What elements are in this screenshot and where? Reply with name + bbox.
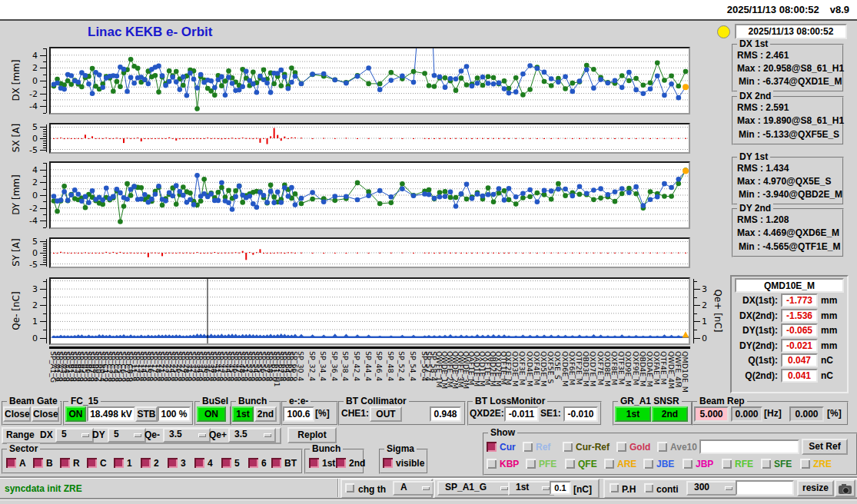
show-label-Ref: Ref — [536, 442, 550, 453]
sector-checkbox-1[interactable] — [114, 458, 124, 468]
gr-a1-1st-button[interactable]: 1st — [615, 406, 651, 422]
x-axis-label: QWFE_1M — [435, 351, 443, 387]
bunch-1st-button[interactable]: 1st — [232, 406, 254, 422]
bunch-2nd-button[interactable]: 2nd — [254, 406, 277, 422]
show-checkbox-QFE[interactable] — [565, 459, 575, 469]
sector-checkbox-5[interactable] — [221, 458, 231, 468]
sector-checkbox-BT[interactable] — [271, 458, 281, 468]
show-checkbox-ARE[interactable] — [604, 459, 614, 469]
resize-button[interactable]: resize — [797, 480, 834, 496]
group-title: e-:e- — [287, 396, 311, 406]
x-axis-label: SP_21_9 — [158, 351, 166, 381]
qxd2e-value[interactable]: -0.011 — [504, 406, 539, 422]
show-checkbox-Ref[interactable] — [523, 442, 533, 452]
sector-checkbox-C[interactable] — [87, 458, 97, 468]
x-axis-label: SP_A1_G — [49, 351, 58, 383]
x-axis-label: SP_55_9 — [255, 351, 264, 381]
statusbar-divider — [337, 479, 339, 497]
x-axis-label: SP_35_9 — [200, 351, 208, 381]
set-ref-button[interactable]: Set Ref — [802, 439, 848, 455]
sector-checkbox-R[interactable] — [60, 458, 70, 468]
y-tick-label: 4 — [21, 165, 38, 175]
y-tick-label: 0 — [21, 76, 38, 86]
chart-panel-sy — [49, 237, 690, 268]
range-dx-dropdown[interactable]: 5 — [55, 428, 94, 443]
y-tick-minor — [43, 87, 46, 88]
camera-button[interactable] — [835, 479, 855, 497]
npts-dropdown[interactable]: 300 — [686, 481, 737, 496]
monitor-row-unit: mm — [821, 325, 837, 336]
x-axis-label: SP_33_9 — [193, 351, 201, 381]
stats-group-title: DX 1st — [737, 38, 770, 49]
x-axis-label: SP_13_9 — [137, 351, 145, 381]
se1-value[interactable]: -0.010 — [563, 406, 598, 422]
show-checkbox-SFE[interactable] — [761, 459, 771, 469]
y-tick-minor — [43, 48, 46, 49]
show-checkbox-PFE[interactable] — [526, 459, 536, 469]
show-checkbox-Ave10[interactable] — [657, 442, 667, 452]
y-tick-label: 0 — [21, 333, 38, 343]
conti-checkbox[interactable] — [644, 483, 653, 492]
show-checkbox-Cur[interactable] — [487, 442, 497, 452]
show-checkbox-Cur-Ref[interactable] — [563, 442, 573, 452]
beam-gate-close-2[interactable]: Close — [32, 406, 59, 422]
y-tick-major — [40, 338, 46, 339]
min-value: -5.133@QXF5E_S — [762, 129, 839, 140]
x-axis-label: SP_C7_9 — [123, 351, 131, 382]
y-tick-major-right — [694, 321, 700, 322]
monitor-row-value: -1.773 — [781, 293, 818, 307]
bunch2-checkbox-1st[interactable] — [309, 458, 319, 468]
x-axis-label: QTF2E_M — [575, 351, 583, 385]
show-checkbox-KBP[interactable] — [487, 459, 497, 469]
x-axis-label: SP_27_9 — [178, 351, 187, 381]
statusbar-input[interactable] — [736, 480, 794, 496]
sp-sel-dropdown[interactable]: SP_A1_G — [437, 481, 513, 496]
group-title: BuSel — [200, 396, 231, 406]
sector-checkbox-B[interactable] — [33, 458, 43, 468]
beam-gate-close-1[interactable]: Close — [3, 406, 31, 422]
ph-checkbox[interactable] — [610, 483, 619, 492]
show-checkbox-ZRE[interactable] — [800, 459, 810, 469]
show-checkbox-Gold[interactable] — [616, 442, 626, 452]
x-axis-label: SP_66_9 — [291, 351, 299, 381]
group-title: Bunch — [310, 443, 343, 454]
x-axis-label: QXD5E_M — [540, 351, 548, 386]
busel-on-button[interactable]: ON — [197, 406, 226, 422]
chg-th-checkbox[interactable] — [345, 483, 354, 492]
x-axis-label: SP_51_9 — [241, 351, 250, 381]
range-qep-dropdown[interactable]: 3.5 — [228, 428, 276, 443]
range-qem-dropdown[interactable]: 3.5 — [163, 428, 211, 443]
bt-collimator-value[interactable]: 0.948 — [430, 406, 461, 422]
beam-rep-value-2: 0.000 — [731, 406, 762, 422]
show-label-Gold: Gold — [629, 442, 650, 453]
replot-button[interactable]: Replot — [287, 427, 337, 443]
sector-checkbox-3[interactable] — [168, 458, 178, 468]
bunch-sel-dropdown[interactable]: 1st — [508, 481, 554, 496]
show-checkbox-JBP[interactable] — [683, 459, 693, 469]
show-checkbox-JBE[interactable] — [643, 459, 653, 469]
bunch2-checkbox-2nd[interactable] — [336, 458, 346, 468]
show-ref-input[interactable] — [699, 439, 799, 454]
che1-out-button[interactable]: OUT — [370, 406, 402, 422]
fc15-on-button[interactable]: ON — [65, 406, 86, 422]
gr-a1-2nd-button[interactable]: 2nd — [652, 406, 688, 422]
sigma-checkbox[interactable] — [383, 458, 393, 468]
rms-label: RMS : — [737, 163, 763, 174]
max-label: Max : — [737, 63, 761, 74]
sector-checkbox-A[interactable] — [6, 458, 16, 468]
chg-sel-dropdown[interactable]: A — [393, 481, 434, 496]
x-axis-label: SP_31_9 — [185, 351, 194, 381]
threshold-input[interactable]: 0.1 — [550, 481, 571, 495]
range-dy-dropdown[interactable]: 5 — [108, 428, 146, 443]
y-tick-minor — [43, 189, 46, 190]
y-tick-label: -4 — [21, 101, 38, 111]
sector-checkbox-4[interactable] — [194, 458, 204, 468]
eratio-value[interactable]: 100.6 — [283, 406, 314, 422]
sector-checkbox-2[interactable] — [141, 458, 151, 468]
x-axis-label: SP_54_9 — [252, 351, 261, 381]
fc15-stb-button[interactable]: STB — [135, 406, 158, 422]
x-axis-label: SP_25_9 — [171, 351, 180, 381]
show-label-ARE: ARE — [617, 459, 636, 469]
show-checkbox-RFE[interactable] — [722, 459, 732, 469]
sector-checkbox-6[interactable] — [248, 458, 258, 468]
